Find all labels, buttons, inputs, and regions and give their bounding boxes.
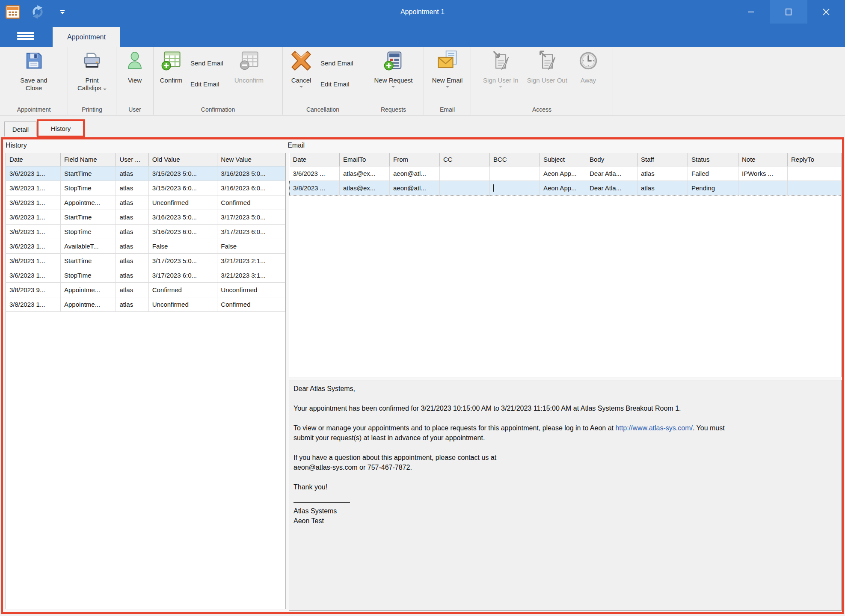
table-row[interactable]: 3/6/2023 1...StopTimeatlas3/16/2023 6:0.…	[6, 224, 285, 239]
cancellation-send-email-button[interactable]: Send Email	[320, 59, 353, 67]
table-cell[interactable]: atlas	[116, 282, 148, 297]
table-cell[interactable]: 3/15/2023 6:0...	[148, 181, 217, 195]
new-email-button[interactable]: New Email	[430, 49, 465, 89]
table-cell[interactable]: aeon@atl...	[390, 181, 440, 195]
table-cell[interactable]	[788, 181, 842, 195]
unconfirm-button[interactable]: Unconfirm	[232, 49, 266, 85]
table-row[interactable]: 3/6/2023 1...StartTimeatlas3/16/2023 5:0…	[6, 210, 285, 224]
calendar-icon[interactable]	[5, 4, 21, 20]
table-cell[interactable]: atlas	[116, 195, 148, 210]
table-cell[interactable]: 3/15/2023 5:0...	[148, 166, 217, 181]
table-cell[interactable]: atlas	[637, 181, 688, 195]
column-header[interactable]: Note	[738, 153, 788, 166]
table-cell[interactable]: 3/6/2023 1...	[6, 210, 60, 224]
cancellation-edit-email-button[interactable]: Edit Email	[320, 80, 353, 88]
table-cell[interactable]: StopTime	[60, 181, 116, 195]
confirmation-edit-email-button[interactable]: Edit Email	[190, 80, 223, 88]
table-cell[interactable]: Confirmed	[217, 297, 285, 311]
table-cell[interactable]: Unconfirmed	[148, 297, 217, 311]
confirm-button[interactable]: Confirm	[156, 49, 186, 85]
table-cell[interactable]	[440, 181, 490, 195]
table-cell[interactable]: Appointme...	[60, 282, 116, 297]
table-cell[interactable]: StopTime	[60, 268, 116, 282]
table-row[interactable]: 3/8/2023 9...Appointme...atlasConfirmedU…	[6, 282, 285, 297]
table-cell[interactable]: Unconfirmed	[148, 195, 217, 210]
table-cell[interactable]: Aeon App...	[540, 181, 586, 195]
table-cell[interactable]: 3/21/2023 2:1...	[217, 253, 285, 268]
table-cell[interactable]: 3/6/2023 1...	[6, 181, 60, 195]
table-cell[interactable]: Dear Atla...	[586, 181, 637, 195]
table-cell[interactable]: atlas@ex...	[340, 181, 390, 195]
table-cell[interactable]: atlas	[116, 210, 148, 224]
column-header[interactable]: Staff	[637, 153, 688, 166]
table-cell[interactable]: Unconfirmed	[217, 282, 285, 297]
tab-appointment[interactable]: Appointment	[53, 27, 120, 47]
column-header[interactable]: BCC	[490, 153, 540, 166]
away-button[interactable]: Away	[573, 49, 603, 85]
confirmation-send-email-button[interactable]: Send Email	[190, 59, 223, 67]
table-cell[interactable]: atlas	[116, 268, 148, 282]
table-cell[interactable]: Confirmed	[148, 282, 217, 297]
table-cell[interactable]: StartTime	[60, 166, 116, 181]
table-cell[interactable]: Failed	[688, 166, 738, 181]
table-row[interactable]: 3/6/2023 1...StopTimeatlas3/15/2023 6:0.…	[6, 181, 285, 195]
table-row[interactable]: 3/6/2023 1...StartTimeatlas3/17/2023 5:0…	[6, 253, 285, 268]
table-cell[interactable]: atlas	[116, 166, 148, 181]
column-header[interactable]: User ...	[116, 153, 148, 166]
table-cell[interactable]: atlas	[116, 239, 148, 253]
table-cell[interactable]: 3/17/2023 6:0...	[217, 224, 285, 239]
print-callslips-button[interactable]: PrintCallslips	[75, 49, 109, 93]
menu-hamburger-icon[interactable]	[17, 32, 34, 40]
save-and-close-button[interactable]: Save andClose	[18, 49, 50, 93]
table-cell[interactable]: 3/16/2023 6:0...	[148, 224, 217, 239]
table-cell[interactable]: 3/6/2023 1...	[6, 268, 60, 282]
table-cell[interactable]: False	[148, 239, 217, 253]
table-cell[interactable]: IPWorks ...	[738, 166, 788, 181]
column-header[interactable]: Status	[688, 153, 738, 166]
tab-detail[interactable]: Detail	[4, 121, 37, 136]
column-header[interactable]: Subject	[540, 153, 586, 166]
table-cell[interactable]	[490, 181, 540, 195]
tab-history[interactable]: History	[51, 125, 71, 132]
table-cell[interactable]: 3/16/2023 5:0...	[217, 166, 285, 181]
table-cell[interactable]: 3/6/2023 ...	[290, 166, 340, 181]
column-header[interactable]: Field Name	[60, 153, 116, 166]
table-cell[interactable]: Dear Atla...	[586, 166, 637, 181]
sign-user-out-button[interactable]: Sign User Out	[525, 49, 570, 85]
table-cell[interactable]	[738, 181, 788, 195]
column-header[interactable]: Date	[6, 153, 60, 166]
column-header[interactable]: From	[390, 153, 440, 166]
table-row[interactable]: 3/6/2023 ...atlas@ex...aeon@atl...Aeon A…	[290, 166, 842, 181]
minimize-button[interactable]	[732, 0, 770, 24]
column-header[interactable]: Date	[290, 153, 340, 166]
cancel-button[interactable]: Cancel	[286, 49, 316, 89]
table-row[interactable]: 3/6/2023 1...Appointme...atlasUnconfirme…	[6, 195, 285, 210]
table-cell[interactable]: 3/17/2023 5:0...	[148, 253, 217, 268]
table-cell[interactable]: 3/6/2023 1...	[6, 224, 60, 239]
table-row[interactable]: 3/8/2023 ...atlas@ex...aeon@atl...Aeon A…	[290, 181, 842, 195]
table-cell[interactable]: 3/8/2023 ...	[290, 181, 340, 195]
column-header[interactable]: EmailTo	[340, 153, 390, 166]
switch-windows-icon[interactable]	[30, 4, 45, 20]
close-button[interactable]	[807, 0, 845, 24]
table-cell[interactable]: StartTime	[60, 253, 116, 268]
table-cell[interactable]: atlas	[116, 224, 148, 239]
view-user-button[interactable]: View	[120, 49, 150, 85]
table-row[interactable]: 3/6/2023 1...StartTimeatlas3/15/2023 5:0…	[6, 166, 285, 181]
column-header[interactable]: Body	[586, 153, 637, 166]
table-cell[interactable]: Confirmed	[217, 195, 285, 210]
column-header[interactable]: New Value	[217, 153, 285, 166]
table-cell[interactable]: 3/21/2023 3:1...	[217, 268, 285, 282]
table-cell[interactable]: atlas@ex...	[340, 166, 390, 181]
table-row[interactable]: 3/8/2023 1...Appointme...atlasUnconfirme…	[6, 297, 285, 311]
column-header[interactable]: CC	[440, 153, 490, 166]
table-cell[interactable]: 3/16/2023 6:0...	[217, 181, 285, 195]
table-row[interactable]: 3/6/2023 1...AvailableT...atlasFalseFals…	[6, 239, 285, 253]
table-cell[interactable]: 3/8/2023 9...	[6, 282, 60, 297]
table-row[interactable]: 3/6/2023 1...StopTimeatlas3/17/2023 6:0.…	[6, 268, 285, 282]
table-cell[interactable]: 3/16/2023 5:0...	[148, 210, 217, 224]
table-cell[interactable]: False	[217, 239, 285, 253]
table-cell[interactable]: 3/6/2023 1...	[6, 239, 60, 253]
table-cell[interactable]: 3/6/2023 1...	[6, 195, 60, 210]
table-cell[interactable]: 3/8/2023 1...	[6, 297, 60, 311]
